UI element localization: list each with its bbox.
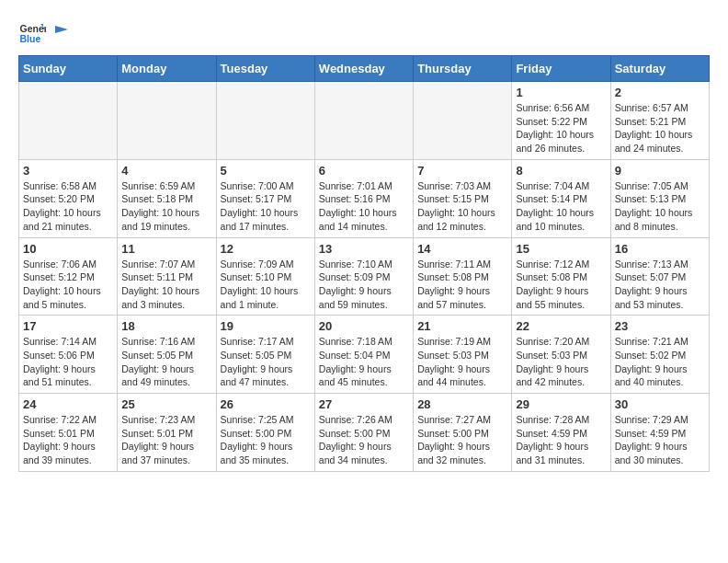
calendar-cell: 2Sunrise: 6:57 AM Sunset: 5:21 PM Daylig… [610,82,709,160]
day-number: 19 [221,319,311,333]
day-info: Sunrise: 7:17 AM Sunset: 5:05 PM Dayligh… [221,335,311,389]
calendar-cell: 10Sunrise: 7:06 AM Sunset: 5:12 PM Dayli… [19,237,118,316]
day-number: 5 [221,164,311,178]
day-number: 7 [417,164,507,178]
day-info: Sunrise: 6:56 AM Sunset: 5:22 PM Dayligh… [516,101,606,155]
day-info: Sunrise: 7:21 AM Sunset: 5:02 PM Dayligh… [615,335,705,389]
calendar-cell: 15Sunrise: 7:12 AM Sunset: 5:08 PM Dayli… [512,237,610,316]
day-info: Sunrise: 6:59 AM Sunset: 5:18 PM Dayligh… [121,179,211,234]
day-number: 22 [516,319,606,333]
day-number: 14 [417,242,507,256]
calendar-week-4: 17Sunrise: 7:14 AM Sunset: 5:06 PM Dayli… [19,316,710,394]
day-info: Sunrise: 7:11 AM Sunset: 5:08 PM Dayligh… [417,258,507,312]
calendar-cell: 27Sunrise: 7:26 AM Sunset: 5:00 PM Dayli… [314,394,413,472]
weekday-header-friday: Friday [512,56,610,82]
calendar-table: SundayMondayTuesdayWednesdayThursdayFrid… [18,55,710,472]
calendar-cell: 18Sunrise: 7:16 AM Sunset: 5:05 PM Dayli… [118,316,216,394]
calendar-cell: 3Sunrise: 6:58 AM Sunset: 5:20 PM Daylig… [19,159,118,237]
day-info: Sunrise: 7:06 AM Sunset: 5:12 PM Dayligh… [23,258,113,312]
day-number: 1 [516,86,606,99]
day-number: 29 [516,397,606,411]
day-number: 17 [23,319,113,333]
day-info: Sunrise: 6:58 AM Sunset: 5:20 PM Dayligh… [23,179,113,234]
day-number: 8 [516,164,606,178]
calendar-cell: 17Sunrise: 7:14 AM Sunset: 5:06 PM Dayli… [19,316,118,394]
weekday-header-monday: Monday [118,56,216,82]
day-number: 4 [121,164,211,178]
day-info: Sunrise: 7:25 AM Sunset: 5:00 PM Dayligh… [221,413,311,467]
calendar-cell: 13Sunrise: 7:10 AM Sunset: 5:09 PM Dayli… [314,237,413,316]
calendar-cell: 7Sunrise: 7:03 AM Sunset: 5:15 PM Daylig… [414,159,512,237]
calendar-cell: 16Sunrise: 7:13 AM Sunset: 5:07 PM Dayli… [610,237,709,316]
day-number: 6 [319,164,409,178]
day-number: 18 [121,319,211,333]
calendar-cell: 5Sunrise: 7:00 AM Sunset: 5:17 PM Daylig… [216,159,314,237]
day-number: 15 [516,242,606,256]
svg-text:Blue: Blue [20,33,41,44]
calendar-week-3: 10Sunrise: 7:06 AM Sunset: 5:12 PM Dayli… [19,237,710,316]
day-info: Sunrise: 7:10 AM Sunset: 5:09 PM Dayligh… [319,258,409,312]
day-info: Sunrise: 7:07 AM Sunset: 5:11 PM Dayligh… [121,258,211,312]
calendar-cell: 30Sunrise: 7:29 AM Sunset: 4:59 PM Dayli… [610,394,709,472]
calendar-cell: 1Sunrise: 6:56 AM Sunset: 5:22 PM Daylig… [512,82,610,160]
day-number: 11 [121,242,211,256]
day-info: Sunrise: 7:14 AM Sunset: 5:06 PM Dayligh… [23,335,113,389]
day-info: Sunrise: 7:23 AM Sunset: 5:01 PM Dayligh… [121,413,211,467]
day-number: 30 [615,397,705,411]
day-info: Sunrise: 7:09 AM Sunset: 5:10 PM Dayligh… [221,258,311,312]
calendar-cell: 29Sunrise: 7:28 AM Sunset: 4:59 PM Dayli… [512,394,610,472]
calendar-cell: 22Sunrise: 7:20 AM Sunset: 5:03 PM Dayli… [512,316,610,394]
day-info: Sunrise: 7:01 AM Sunset: 5:16 PM Dayligh… [319,179,409,234]
day-number: 23 [615,319,705,333]
calendar-cell [314,82,413,160]
day-number: 21 [417,319,507,333]
calendar-cell: 19Sunrise: 7:17 AM Sunset: 5:05 PM Dayli… [216,316,314,394]
header: General Blue [18,18,710,46]
calendar-cell: 6Sunrise: 7:01 AM Sunset: 5:16 PM Daylig… [314,159,413,237]
day-number: 24 [23,397,113,411]
calendar-week-2: 3Sunrise: 6:58 AM Sunset: 5:20 PM Daylig… [19,159,710,237]
day-number: 26 [221,397,311,411]
calendar-cell: 24Sunrise: 7:22 AM Sunset: 5:01 PM Dayli… [19,394,118,472]
day-info: Sunrise: 7:27 AM Sunset: 5:00 PM Dayligh… [417,413,507,467]
calendar-week-1: 1Sunrise: 6:56 AM Sunset: 5:22 PM Daylig… [19,82,710,160]
calendar-cell: 14Sunrise: 7:11 AM Sunset: 5:08 PM Dayli… [414,237,512,316]
day-info: Sunrise: 7:26 AM Sunset: 5:00 PM Dayligh… [319,413,409,467]
calendar-cell: 12Sunrise: 7:09 AM Sunset: 5:10 PM Dayli… [216,237,314,316]
logo-icon: General Blue [18,18,46,46]
day-info: Sunrise: 7:13 AM Sunset: 5:07 PM Dayligh… [615,258,705,312]
calendar-cell: 8Sunrise: 7:04 AM Sunset: 5:14 PM Daylig… [512,159,610,237]
calendar-cell: 23Sunrise: 7:21 AM Sunset: 5:02 PM Dayli… [610,316,709,394]
weekday-header-sunday: Sunday [19,56,118,82]
day-info: Sunrise: 7:05 AM Sunset: 5:13 PM Dayligh… [615,179,705,234]
day-info: Sunrise: 7:04 AM Sunset: 5:14 PM Dayligh… [516,179,606,234]
day-number: 28 [417,397,507,411]
calendar-cell: 21Sunrise: 7:19 AM Sunset: 5:03 PM Dayli… [414,316,512,394]
day-info: Sunrise: 7:29 AM Sunset: 4:59 PM Dayligh… [615,413,705,467]
day-number: 10 [23,242,113,256]
day-info: Sunrise: 7:20 AM Sunset: 5:03 PM Dayligh… [516,335,606,389]
day-info: Sunrise: 7:18 AM Sunset: 5:04 PM Dayligh… [319,335,409,389]
calendar-cell: 11Sunrise: 7:07 AM Sunset: 5:11 PM Dayli… [118,237,216,316]
day-info: Sunrise: 7:19 AM Sunset: 5:03 PM Dayligh… [417,335,507,389]
calendar-cell: 28Sunrise: 7:27 AM Sunset: 5:00 PM Dayli… [414,394,512,472]
svg-marker-3 [55,26,68,33]
weekday-header-tuesday: Tuesday [216,56,314,82]
calendar-body: 1Sunrise: 6:56 AM Sunset: 5:22 PM Daylig… [19,82,710,472]
day-number: 27 [319,397,409,411]
day-info: Sunrise: 7:03 AM Sunset: 5:15 PM Dayligh… [417,179,507,234]
calendar-cell: 9Sunrise: 7:05 AM Sunset: 5:13 PM Daylig… [610,159,709,237]
day-number: 25 [121,397,211,411]
calendar-cell: 4Sunrise: 6:59 AM Sunset: 5:18 PM Daylig… [118,159,216,237]
day-info: Sunrise: 7:00 AM Sunset: 5:17 PM Dayligh… [221,179,311,234]
day-info: Sunrise: 7:16 AM Sunset: 5:05 PM Dayligh… [121,335,211,389]
weekday-header-thursday: Thursday [414,56,512,82]
day-number: 9 [615,164,705,178]
logo-flag-icon [51,24,68,40]
day-info: Sunrise: 7:12 AM Sunset: 5:08 PM Dayligh… [516,258,606,312]
calendar-cell [118,82,216,160]
day-number: 12 [221,242,311,256]
day-info: Sunrise: 7:28 AM Sunset: 4:59 PM Dayligh… [516,413,606,467]
weekday-header-wednesday: Wednesday [314,56,413,82]
day-number: 3 [23,164,113,178]
